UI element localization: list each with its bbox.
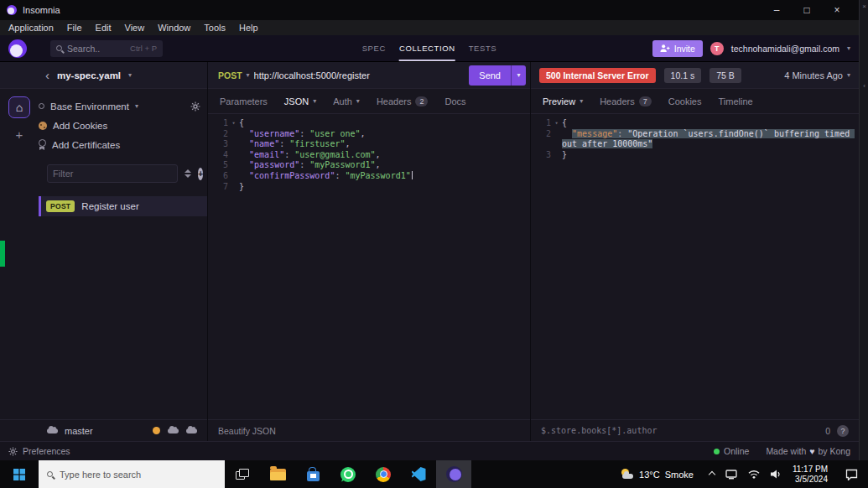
request-tab-json[interactable]: JSON▾ — [276, 89, 325, 113]
branch-name[interactable]: master — [65, 426, 93, 436]
status-right: Online Made with ♥ by Kong — [714, 446, 850, 456]
chevron-down-icon[interactable]: ▾ — [247, 71, 250, 79]
line-number: 4 — [208, 150, 228, 161]
code-text: } — [239, 182, 251, 193]
add-cookies-button[interactable]: Add Cookies — [39, 116, 200, 135]
start-button[interactable] — [0, 460, 39, 488]
add-request-button[interactable]: + — [198, 168, 203, 180]
sidebar-rail: ⌂ + — [0, 96, 39, 154]
avatar[interactable]: T — [710, 42, 724, 55]
menu-view[interactable]: View — [118, 20, 152, 35]
fold-icon[interactable]: ▾ — [551, 118, 562, 129]
request-editor[interactable]: 1▾{2 "username": "user one",3 "name": "f… — [208, 114, 530, 419]
maximize-button[interactable]: □ — [792, 0, 822, 20]
request-tab-docs[interactable]: Docs — [436, 89, 474, 113]
request-list-item[interactable]: POST Register user — [39, 196, 207, 216]
account-email[interactable]: technohamidali@gmail.com — [731, 44, 839, 54]
chrome-button[interactable] — [366, 460, 401, 488]
task-view-button[interactable] — [225, 460, 260, 488]
sync-status-icon[interactable] — [153, 427, 160, 434]
main-area: ‹ my-spec.yaml ▾ ⌂ + — [0, 62, 859, 441]
chevron-left-icon[interactable]: ‹ — [860, 82, 868, 90]
insomnia-window: Insomnia – □ × ApplicationFileEditViewWi… — [0, 0, 859, 460]
request-tab-parameters[interactable]: Parameters — [211, 89, 276, 113]
add-certificates-button[interactable]: Add Certificates — [39, 135, 200, 154]
help-icon[interactable]: ? — [837, 425, 849, 437]
response-tab-headers[interactable]: Headers7 — [591, 89, 660, 113]
tab-label: Parameters — [220, 96, 268, 106]
home-button[interactable]: ⌂ — [8, 96, 30, 118]
close-icon[interactable]: × — [860, 3, 868, 10]
cloud-pull-icon[interactable] — [168, 428, 179, 433]
workspace-tabs: SPECCOLLECTIONTESTS — [362, 35, 497, 61]
workspace-tab-spec[interactable]: SPEC — [362, 35, 386, 61]
url-input[interactable]: http://localhost:5000/register — [254, 70, 465, 80]
close-button[interactable]: × — [822, 0, 852, 20]
response-pane: 500 Internal Server Error 10.1 s 75 B 4 … — [531, 62, 859, 441]
response-tab-preview[interactable]: Preview▾ — [534, 89, 591, 113]
workspace-tab-tests[interactable]: TESTS — [469, 35, 497, 61]
request-tab-auth[interactable]: Auth▾ — [325, 89, 368, 113]
preferences-button[interactable]: Preferences — [8, 446, 70, 456]
line-number: 5 — [208, 160, 228, 171]
environment-section: Base Environment ▾ Add Cookies Add Certi… — [39, 96, 207, 154]
insomnia-taskbar-button[interactable] — [436, 460, 471, 488]
send-button[interactable]: Send ▾ — [469, 65, 526, 86]
tab-label: Headers — [377, 96, 412, 106]
weather-temp: 13°C — [639, 470, 660, 480]
kong-credit[interactable]: Made with ♥ by Kong — [766, 446, 850, 456]
workspace-name[interactable]: my-spec.yaml — [57, 70, 121, 80]
menu-file[interactable]: File — [60, 20, 89, 35]
volume-tray-icon[interactable] — [771, 470, 782, 479]
minimize-button[interactable]: – — [761, 0, 792, 20]
action-center-button[interactable] — [839, 469, 865, 480]
credit-suffix: by Kong — [818, 446, 850, 456]
whatsapp-button[interactable] — [330, 460, 366, 488]
file-explorer-button[interactable] — [260, 460, 295, 488]
invite-button[interactable]: Invite — [652, 40, 703, 57]
method-badge: POST — [46, 200, 75, 212]
gear-icon[interactable] — [190, 101, 200, 112]
weather-widget[interactable]: 13°C Smoke — [616, 469, 699, 480]
tab-label: Preview — [543, 96, 575, 106]
menu-edit[interactable]: Edit — [89, 20, 118, 35]
new-document-button[interactable]: + — [16, 128, 23, 141]
beautify-json-button[interactable]: Beautify JSON — [218, 426, 276, 436]
request-tab-headers[interactable]: Headers2 — [368, 89, 437, 113]
jsonpath-filter-input[interactable] — [541, 426, 819, 435]
filter-row: + — [47, 164, 199, 183]
response-history-dropdown[interactable]: 4 Minutes Ago ▾ — [784, 70, 850, 80]
response-tab-cookies[interactable]: Cookies — [660, 89, 710, 113]
method-dropdown[interactable]: POST — [218, 70, 242, 80]
vscode-button[interactable] — [401, 460, 436, 488]
tab-label: JSON — [284, 96, 309, 106]
cloud-push-icon[interactable] — [186, 428, 197, 433]
filter-input[interactable] — [47, 164, 178, 183]
taskbar-search[interactable] — [39, 460, 225, 488]
back-chevron-icon[interactable]: ‹ — [45, 69, 49, 81]
response-viewer[interactable]: 1▾{2 "message": "Operation `users.findOn… — [531, 114, 859, 419]
display-tray-icon[interactable] — [725, 470, 737, 480]
wifi-tray-icon[interactable] — [748, 470, 760, 479]
response-tab-timeline[interactable]: Timeline — [709, 89, 761, 113]
sort-icon[interactable] — [185, 169, 191, 178]
chevron-down-icon[interactable]: ▾ — [128, 71, 132, 79]
search-box[interactable]: Search.. Ctrl + P — [50, 40, 163, 57]
code-line: 2 "message": "Operation `users.findOne()… — [531, 129, 859, 150]
fold-icon[interactable]: ▾ — [228, 118, 239, 129]
taskbar-search-input[interactable] — [60, 470, 216, 480]
chevron-down-icon: ▾ — [580, 97, 583, 105]
workspace-tab-collection[interactable]: COLLECTION — [399, 35, 455, 61]
store-button[interactable] — [295, 460, 330, 488]
environment-selector[interactable]: Base Environment ▾ — [39, 96, 200, 116]
menu-tools[interactable]: Tools — [197, 20, 232, 35]
taskbar-clock[interactable]: 11:17 PM 3/5/2024 — [793, 465, 828, 485]
tray-expand-icon[interactable] — [709, 470, 715, 477]
menu-application[interactable]: Application — [2, 20, 60, 35]
chevron-down-icon[interactable]: ▾ — [847, 44, 850, 52]
status-badge: 500 Internal Server Error — [539, 68, 656, 83]
menu-window[interactable]: Window — [151, 20, 197, 35]
response-footer: 0 ? — [531, 419, 859, 441]
menu-help[interactable]: Help — [232, 20, 265, 35]
send-options-button[interactable]: ▾ — [511, 65, 526, 86]
